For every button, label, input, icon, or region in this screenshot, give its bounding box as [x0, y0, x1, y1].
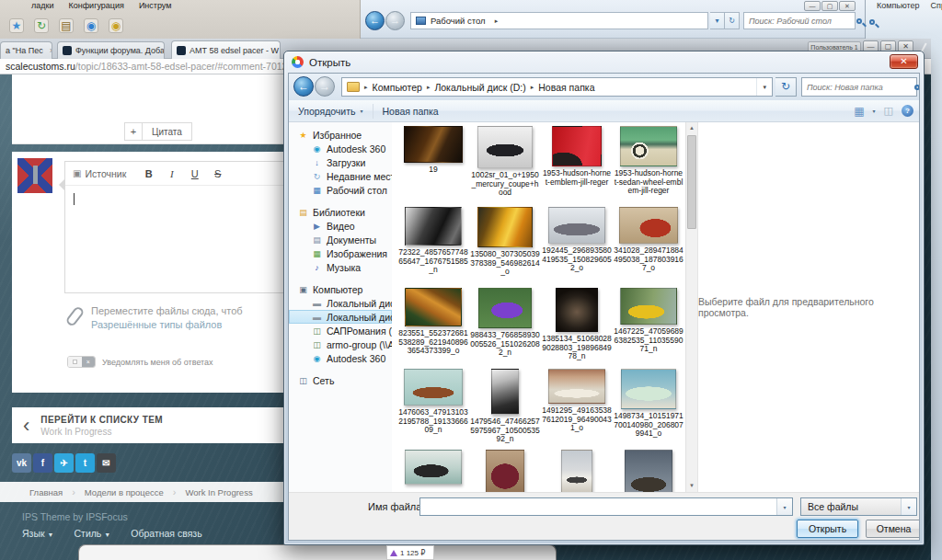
vk-icon[interactable]: vk	[12, 453, 31, 473]
file-item[interactable]: 1476063_479131032195788_1913366609_n	[397, 369, 469, 450]
filename-combobox[interactable]: ▾	[419, 497, 793, 516]
browser-tab[interactable]: Функции форума. Доба×	[57, 41, 165, 59]
close-button[interactable]: ✕	[839, 1, 856, 11]
minimize-button[interactable]: —	[804, 1, 821, 11]
note-icon[interactable]: ▤	[59, 18, 74, 33]
file-item[interactable]: 1953-hudson-hornet-sedan-wheel-emblem-ji…	[613, 126, 684, 207]
file-item[interactable]: 1467225_470596896382535_1103559071_n	[613, 288, 684, 369]
address-dropdown-button[interactable]: ▾	[710, 12, 725, 29]
avatar[interactable]	[17, 158, 52, 193]
nav-item[interactable]: ★Избранное	[289, 128, 392, 142]
nav-item[interactable]: ♪Музыка	[289, 260, 392, 274]
dialog-breadcrumb[interactable]: ▸Компьютер▸Локальный диск (D:)▸Новая пап…	[341, 77, 773, 97]
file-item[interactable]: 988433_766858930005526_1510262082_n	[469, 288, 541, 369]
underline-button[interactable]: U	[183, 168, 206, 179]
nav-item[interactable]: ▣Компьютер	[289, 282, 392, 296]
twitter-icon[interactable]: t	[75, 453, 95, 473]
file-item[interactable]: 19	[397, 126, 469, 207]
nav-item[interactable]: ▬Локальный диск (C	[289, 296, 392, 310]
cancel-button[interactable]: Отмена	[866, 520, 920, 538]
filetype-select[interactable]: Все файлы ▾	[800, 497, 917, 516]
help-icon[interactable]: ?	[902, 105, 913, 117]
dialog-search-box[interactable]	[801, 77, 917, 97]
file-item[interactable]: 135080_307305039378389_546982614_o	[469, 207, 541, 288]
breadcrumb-item[interactable]: Компьютер	[373, 82, 422, 93]
breadcrumb-item[interactable]: Локальный диск (D:)	[434, 82, 525, 93]
notify-toggle[interactable]: ×	[67, 356, 96, 368]
new-folder-button[interactable]: Новая папка	[373, 100, 448, 121]
scroll-up-icon[interactable]: ▲	[686, 122, 697, 134]
toggle-off-segment[interactable]	[68, 357, 82, 367]
nav-item[interactable]: ◉Autodesk 360	[289, 142, 392, 155]
back-button[interactable]: ←	[293, 76, 314, 97]
refresh-button[interactable]: ↻	[775, 77, 797, 97]
file-item[interactable]: 1498734_10151971700140980_2068079941_o	[613, 369, 684, 450]
nav-item[interactable]: ▤Библиотеки	[289, 205, 392, 219]
nav-item[interactable]: ▦Рабочий стол	[289, 183, 392, 197]
nav-item[interactable]: ◫САПРомания (\\Ar	[289, 324, 392, 337]
footer-link[interactable]: Обратная связь	[131, 528, 201, 539]
nav-item[interactable]: ▬Локальный диск (D	[289, 310, 392, 324]
explorer-address-bar[interactable]: Рабочий стол ▸	[410, 12, 708, 29]
nav-item[interactable]: ▤Документы	[289, 233, 392, 246]
pin-icon[interactable]: ◉	[109, 18, 123, 33]
scroll-down-icon[interactable]: ▼	[686, 480, 697, 492]
views-icon[interactable]: ▦	[854, 105, 864, 118]
file-item[interactable]	[469, 450, 541, 492]
scrollbar[interactable]: ▲ ▼	[685, 122, 697, 492]
back-button[interactable]: ←	[365, 11, 385, 30]
email-icon[interactable]: ✉	[97, 453, 116, 473]
quote-label[interactable]: Цитата	[143, 123, 191, 140]
theme-credit-link[interactable]: IPS Theme by IPSFocus	[22, 511, 128, 522]
bookmark-icon[interactable]: ★	[9, 18, 24, 33]
chevron-down-icon[interactable]: ▾	[901, 498, 916, 515]
forward-button[interactable]: →	[385, 11, 405, 30]
dialog-search-input[interactable]	[802, 83, 914, 92]
chevron-right-icon[interactable]: ▸	[490, 17, 503, 25]
app-menu-item[interactable]: Инструм	[139, 1, 172, 10]
app-menu-item[interactable]: Конфигурация	[68, 1, 123, 10]
chevron-down-icon[interactable]: ▾	[756, 78, 772, 96]
open-button[interactable]: Открыть	[797, 520, 858, 538]
file-item[interactable]: 1002sr_01_o+1950_mercury_coupe+hood	[469, 126, 541, 207]
browser-tab[interactable]: а "На Пес×	[0, 41, 52, 59]
chevron-down-icon[interactable]: ▾	[873, 108, 876, 114]
corner-menu-item[interactable]: Компьютер	[877, 1, 920, 10]
file-item[interactable]	[613, 450, 684, 492]
bold-button[interactable]: B	[137, 168, 160, 179]
telegram-icon[interactable]: ✈	[54, 453, 74, 473]
breadcrumb-item[interactable]: Модели в процессе	[75, 487, 173, 497]
sync-icon[interactable]: ↻	[34, 18, 49, 33]
chevron-down-icon[interactable]: ▾	[776, 498, 792, 515]
tab-close-icon[interactable]: ×	[47, 46, 52, 55]
source-button[interactable]: ▣ Источник	[73, 168, 126, 179]
filename-input[interactable]	[420, 498, 776, 515]
price-popup[interactable]: 1 125 ₽	[386, 545, 434, 560]
file-item[interactable]: 72322_485765774865647_1676751585_n	[397, 207, 469, 288]
nav-item[interactable]: ◫Сеть	[289, 373, 392, 387]
go-to-topics-link[interactable]: ПЕРЕЙТИ К СПИСКУ ТЕМ	[40, 415, 163, 425]
scrollbar-thumb[interactable]	[687, 135, 696, 229]
toggle-x-icon[interactable]: ×	[82, 357, 96, 367]
file-item[interactable]: 1479546_474662575975967_1050053592_n	[469, 369, 541, 450]
corner-menu-item[interactable]: Спра	[931, 1, 942, 10]
explorer-breadcrumb[interactable]: Рабочий стол	[431, 16, 486, 26]
file-item[interactable]	[541, 450, 613, 492]
preview-pane-icon[interactable]: ◫	[884, 105, 893, 117]
quote-button[interactable]: + Цитата	[124, 122, 192, 141]
maximize-button[interactable]: ▢	[821, 1, 838, 11]
footer-link[interactable]: Стиль▼	[74, 528, 110, 539]
ie-icon[interactable]: ◉	[84, 18, 98, 33]
forward-button[interactable]: →	[315, 76, 335, 97]
refresh-button[interactable]: ↻	[725, 12, 740, 29]
nav-item[interactable]: ▦Изображения	[289, 246, 392, 260]
breadcrumb-item[interactable]: Новая папка	[538, 82, 594, 93]
file-item[interactable]: 192445_296893580419535_1508296052_o	[541, 207, 613, 288]
breadcrumb-item[interactable]: Work In Progress	[176, 487, 261, 497]
facebook-icon[interactable]: f	[33, 453, 52, 473]
app-menu-item[interactable]: ладки	[31, 1, 53, 10]
nav-item[interactable]: ↓Загрузки	[289, 155, 392, 169]
close-button[interactable]: ✕	[890, 54, 918, 69]
plus-icon[interactable]: +	[125, 123, 143, 140]
browser-tab[interactable]: АМТ 58 edsel pacer - W×	[171, 40, 281, 59]
